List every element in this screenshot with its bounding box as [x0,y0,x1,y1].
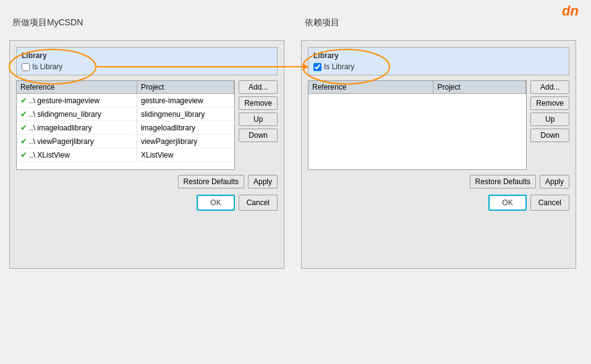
check-icon: ✔ [20,96,27,105]
ref-cell: ✔..\ XListView [17,148,137,162]
left-ok-button[interactable]: OK [197,195,234,211]
logo: dn [562,3,579,19]
left-ref-header: Reference [17,81,137,94]
right-is-library-row: Is Library [313,62,564,71]
ref-cell: ✔..\ imageloadlibrary [17,121,137,135]
table-row: ✔..\ viewPagerjlibrary viewPagerjlibrary [17,135,234,148]
ref-cell: ✔..\ viewPagerjlibrary [17,135,137,148]
check-icon: ✔ [20,123,27,132]
table-row: ✔..\ imageloadlibrary imageloadlibrary [17,121,234,135]
right-library-section: Library Is Library [308,47,569,75]
left-up-button[interactable]: Up [239,112,278,126]
project-cell: gesture-imageview [137,94,234,108]
right-cancel-button[interactable]: Cancel [530,195,569,211]
left-ref-area: Reference Project ✔..\ gesture-imageview… [16,80,278,170]
right-table-wrapper: Reference Project [308,80,527,170]
right-project-header: Project [433,81,526,94]
right-ref-area: Reference Project Add... Remove Up Down [308,80,569,170]
left-is-library-checkbox[interactable] [22,63,30,71]
table-row: ✔..\ gesture-imageview gesture-imageview [17,94,234,108]
right-is-library-text: Is Library [324,62,354,71]
left-library-label: Library [22,51,272,60]
check-icon: ✔ [20,137,27,146]
right-ref-table: Reference Project [308,81,526,94]
table-row: ✔..\ XListView XListView [17,148,234,162]
right-bottom-buttons: OK Cancel [308,195,569,211]
left-is-library-text: Is Library [32,62,62,71]
right-title: 依赖项目 [305,17,339,28]
check-icon: ✔ [20,109,27,119]
right-ok-button[interactable]: OK [488,195,526,211]
left-title: 所做项目MyCSDN [12,17,83,28]
right-add-button[interactable]: Add... [530,80,569,94]
project-cell: XListView [137,148,234,162]
right-restore-button[interactable]: Restore Defaults [470,175,536,188]
page-container: dn 所做项目MyCSDN 依赖项目 注意islibrary勾选情况 Libra… [0,0,591,364]
left-ref-table: Reference Project ✔..\ gesture-imageview… [17,81,234,162]
left-project-header: Project [137,81,234,94]
right-restore-apply-row: Restore Defaults Apply [308,175,569,188]
left-remove-button[interactable]: Remove [239,96,278,110]
left-is-library-row: Is Library [22,62,272,71]
right-remove-button[interactable]: Remove [530,96,569,110]
right-btn-column: Add... Remove Up Down [530,80,569,170]
left-restore-button[interactable]: Restore Defaults [178,175,244,188]
project-cell: viewPagerjlibrary [137,135,234,148]
right-up-button[interactable]: Up [530,112,569,126]
check-icon: ✔ [20,150,27,159]
left-dialog: Library Is Library Reference Project [9,40,284,269]
ref-cell: ✔..\ slidingmenu_library [17,108,137,121]
ref-cell: ✔..\ gesture-imageview [17,94,137,108]
project-cell: imageloadlibrary [137,121,234,135]
project-cell: slidingmenu_library [137,108,234,121]
right-dialog: Library Is Library Reference Project [301,40,576,269]
left-table-wrapper: Reference Project ✔..\ gesture-imageview… [16,80,235,170]
left-apply-button[interactable]: Apply [248,175,278,188]
left-bottom-buttons: OK Cancel [16,195,278,211]
left-library-section: Library Is Library [16,47,278,75]
left-add-button[interactable]: Add... [239,80,278,94]
left-btn-column: Add... Remove Up Down [239,80,278,170]
right-is-library-checkbox[interactable] [313,63,321,71]
right-ref-header: Reference [308,81,433,94]
right-library-label: Library [313,51,564,60]
table-row: ✔..\ slidingmenu_library slidingmenu_lib… [17,108,234,121]
right-down-button[interactable]: Down [530,129,569,142]
left-cancel-button[interactable]: Cancel [239,195,278,211]
left-down-button[interactable]: Down [239,129,278,142]
right-apply-button[interactable]: Apply [540,175,569,188]
left-restore-apply-row: Restore Defaults Apply [16,175,278,188]
